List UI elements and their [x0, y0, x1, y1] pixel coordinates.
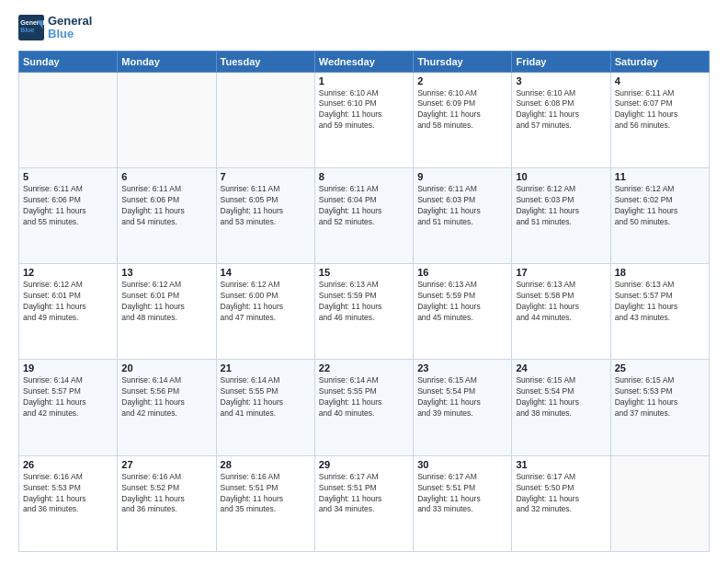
calendar-cell: 10Sunrise: 6:12 AMSunset: 6:03 PMDayligh…: [512, 167, 610, 263]
calendar-cell: 15Sunrise: 6:13 AMSunset: 5:59 PMDayligh…: [314, 264, 413, 360]
day-info: Sunrise: 6:10 AMSunset: 6:10 PMDaylight:…: [319, 88, 409, 132]
day-info: Sunrise: 6:11 AMSunset: 6:03 PMDaylight:…: [417, 184, 507, 228]
logo-icon: General Blue: [18, 15, 44, 40]
day-number: 22: [319, 362, 409, 373]
day-info: Sunrise: 6:15 AMSunset: 5:53 PMDaylight:…: [615, 375, 705, 419]
day-number: 17: [516, 267, 606, 278]
day-number: 24: [516, 362, 606, 373]
page: General Blue General Blue SundayMondayTu…: [0, 0, 728, 563]
calendar-table: SundayMondayTuesdayWednesdayThursdayFrid…: [18, 51, 710, 552]
calendar-cell: 17Sunrise: 6:13 AMSunset: 5:58 PMDayligh…: [512, 264, 610, 360]
day-info: Sunrise: 6:17 AMSunset: 5:50 PMDaylight:…: [516, 472, 606, 516]
day-number: 31: [516, 459, 606, 470]
calendar-cell: 14Sunrise: 6:12 AMSunset: 6:00 PMDayligh…: [216, 264, 314, 360]
calendar-cell: 1Sunrise: 6:10 AMSunset: 6:10 PMDaylight…: [314, 72, 413, 167]
day-info: Sunrise: 6:14 AMSunset: 5:57 PMDaylight:…: [23, 375, 113, 419]
calendar-cell: 16Sunrise: 6:13 AMSunset: 5:59 PMDayligh…: [414, 264, 512, 360]
calendar-cell: 27Sunrise: 6:16 AMSunset: 5:52 PMDayligh…: [118, 455, 216, 551]
week-row-0: 1Sunrise: 6:10 AMSunset: 6:10 PMDaylight…: [19, 72, 710, 167]
day-number: 8: [319, 171, 409, 182]
day-number: 15: [319, 267, 409, 278]
day-info: Sunrise: 6:10 AMSunset: 6:08 PMDaylight:…: [516, 88, 606, 132]
day-number: 26: [23, 459, 113, 470]
day-number: 18: [615, 267, 705, 278]
day-number: 10: [516, 171, 606, 182]
calendar-cell: 11Sunrise: 6:12 AMSunset: 6:02 PMDayligh…: [610, 167, 709, 263]
day-info: Sunrise: 6:12 AMSunset: 6:00 PMDaylight:…: [221, 280, 311, 324]
day-number: 27: [121, 459, 211, 470]
day-number: 29: [319, 459, 409, 470]
calendar-cell: 26Sunrise: 6:16 AMSunset: 5:53 PMDayligh…: [19, 455, 118, 551]
day-info: Sunrise: 6:16 AMSunset: 5:53 PMDaylight:…: [23, 472, 113, 516]
day-info: Sunrise: 6:12 AMSunset: 6:02 PMDaylight:…: [615, 184, 705, 228]
week-row-2: 12Sunrise: 6:12 AMSunset: 6:01 PMDayligh…: [19, 264, 710, 360]
calendar-cell: 25Sunrise: 6:15 AMSunset: 5:53 PMDayligh…: [610, 360, 709, 455]
day-info: Sunrise: 6:15 AMSunset: 5:54 PMDaylight:…: [417, 375, 507, 419]
calendar-cell: 6Sunrise: 6:11 AMSunset: 6:06 PMDaylight…: [118, 167, 216, 263]
day-number: 25: [615, 362, 705, 373]
day-info: Sunrise: 6:16 AMSunset: 5:52 PMDaylight:…: [121, 472, 211, 516]
day-info: Sunrise: 6:13 AMSunset: 5:58 PMDaylight:…: [516, 280, 606, 324]
weekday-tuesday: Tuesday: [216, 51, 314, 72]
day-info: Sunrise: 6:11 AMSunset: 6:06 PMDaylight:…: [121, 184, 211, 228]
day-number: 30: [417, 459, 507, 470]
day-info: Sunrise: 6:11 AMSunset: 6:06 PMDaylight:…: [23, 184, 113, 228]
calendar-cell: 19Sunrise: 6:14 AMSunset: 5:57 PMDayligh…: [19, 360, 118, 455]
day-info: Sunrise: 6:11 AMSunset: 6:07 PMDaylight:…: [615, 88, 705, 132]
day-number: 9: [417, 171, 507, 182]
day-info: Sunrise: 6:13 AMSunset: 5:57 PMDaylight:…: [615, 280, 705, 324]
day-info: Sunrise: 6:10 AMSunset: 6:09 PMDaylight:…: [417, 88, 507, 132]
calendar-cell: 20Sunrise: 6:14 AMSunset: 5:56 PMDayligh…: [118, 360, 216, 455]
calendar-cell: [118, 72, 216, 167]
day-info: Sunrise: 6:14 AMSunset: 5:56 PMDaylight:…: [121, 375, 211, 419]
calendar-cell: [610, 455, 709, 551]
calendar-cell: 23Sunrise: 6:15 AMSunset: 5:54 PMDayligh…: [414, 360, 512, 455]
day-number: 12: [23, 267, 113, 278]
calendar-cell: 8Sunrise: 6:11 AMSunset: 6:04 PMDaylight…: [314, 167, 413, 263]
day-info: Sunrise: 6:14 AMSunset: 5:55 PMDaylight:…: [221, 375, 311, 419]
calendar-cell: 5Sunrise: 6:11 AMSunset: 6:06 PMDaylight…: [19, 167, 118, 263]
weekday-sunday: Sunday: [19, 51, 118, 72]
week-row-1: 5Sunrise: 6:11 AMSunset: 6:06 PMDaylight…: [19, 167, 710, 263]
day-number: 14: [221, 267, 311, 278]
calendar-cell: 29Sunrise: 6:17 AMSunset: 5:51 PMDayligh…: [314, 455, 413, 551]
day-info: Sunrise: 6:13 AMSunset: 5:59 PMDaylight:…: [417, 280, 507, 324]
day-number: 3: [516, 75, 606, 86]
day-number: 2: [417, 75, 507, 86]
calendar-cell: 4Sunrise: 6:11 AMSunset: 6:07 PMDaylight…: [610, 72, 709, 167]
calendar-cell: 30Sunrise: 6:17 AMSunset: 5:51 PMDayligh…: [414, 455, 512, 551]
day-info: Sunrise: 6:11 AMSunset: 6:05 PMDaylight:…: [221, 184, 311, 228]
calendar-cell: 13Sunrise: 6:12 AMSunset: 6:01 PMDayligh…: [118, 264, 216, 360]
calendar-cell: 21Sunrise: 6:14 AMSunset: 5:55 PMDayligh…: [216, 360, 314, 455]
day-info: Sunrise: 6:11 AMSunset: 6:04 PMDaylight:…: [319, 184, 409, 228]
day-number: 21: [221, 362, 311, 373]
calendar-cell: 18Sunrise: 6:13 AMSunset: 5:57 PMDayligh…: [610, 264, 709, 360]
day-info: Sunrise: 6:15 AMSunset: 5:54 PMDaylight:…: [516, 375, 606, 419]
day-info: Sunrise: 6:12 AMSunset: 6:03 PMDaylight:…: [516, 184, 606, 228]
calendar-cell: 7Sunrise: 6:11 AMSunset: 6:05 PMDaylight…: [216, 167, 314, 263]
weekday-wednesday: Wednesday: [314, 51, 413, 72]
header: General Blue General Blue: [18, 15, 710, 41]
day-number: 7: [221, 171, 311, 182]
day-number: 13: [121, 267, 211, 278]
day-number: 5: [23, 171, 113, 182]
svg-text:Blue: Blue: [20, 28, 34, 34]
week-row-3: 19Sunrise: 6:14 AMSunset: 5:57 PMDayligh…: [19, 360, 710, 455]
day-info: Sunrise: 6:17 AMSunset: 5:51 PMDaylight:…: [417, 472, 507, 516]
day-number: 16: [417, 267, 507, 278]
weekday-saturday: Saturday: [610, 51, 709, 72]
calendar-cell: [216, 72, 314, 167]
calendar-cell: 3Sunrise: 6:10 AMSunset: 6:08 PMDaylight…: [512, 72, 610, 167]
logo-text: General Blue: [48, 15, 92, 41]
week-row-4: 26Sunrise: 6:16 AMSunset: 5:53 PMDayligh…: [19, 455, 710, 551]
weekday-thursday: Thursday: [414, 51, 512, 72]
calendar-cell: 31Sunrise: 6:17 AMSunset: 5:50 PMDayligh…: [512, 455, 610, 551]
day-number: 6: [121, 171, 211, 182]
day-info: Sunrise: 6:13 AMSunset: 5:59 PMDaylight:…: [319, 280, 409, 324]
calendar-cell: [19, 72, 118, 167]
day-info: Sunrise: 6:12 AMSunset: 6:01 PMDaylight:…: [23, 280, 113, 324]
weekday-header-row: SundayMondayTuesdayWednesdayThursdayFrid…: [19, 51, 710, 72]
calendar-cell: 24Sunrise: 6:15 AMSunset: 5:54 PMDayligh…: [512, 360, 610, 455]
day-number: 11: [615, 171, 705, 182]
day-number: 28: [221, 459, 311, 470]
